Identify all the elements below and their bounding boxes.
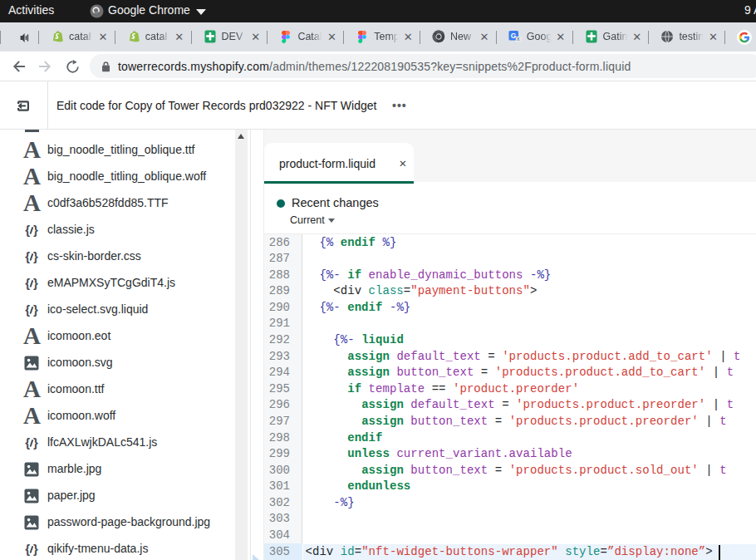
svg-text:G: G — [511, 32, 517, 40]
